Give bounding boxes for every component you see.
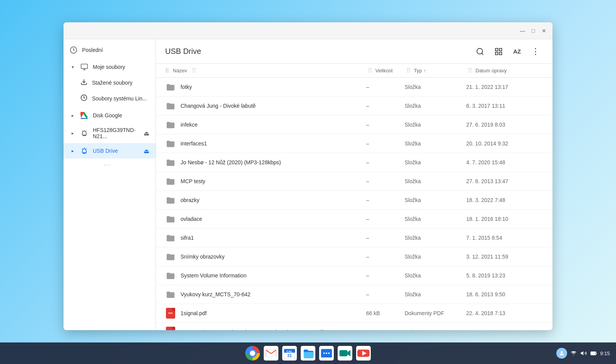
grid-view-button[interactable] [491, 44, 506, 59]
file-type: Složka [405, 235, 466, 241]
svg-rect-10 [495, 48, 498, 50]
table-row[interactable]: System Volume Information – Složka 5. 8.… [156, 266, 552, 285]
maximize-button[interactable]: □ [529, 27, 537, 35]
table-row[interactable]: MCP testy – Složka 27. 8. 2013 13:47 [156, 172, 552, 191]
sidebar-item-myfiles[interactable]: ▼ Moje soubory [64, 59, 156, 75]
file-size: 66 kB [366, 310, 405, 316]
table-row[interactable]: PDF 1signal.pdf 66 kB Dokumenty PDF 22. … [156, 304, 552, 323]
file-rows-container: fotky – Složka 21. 1. 2022 13:17 Changov… [156, 78, 552, 330]
svg-point-26 [323, 352, 325, 354]
file-size: 49 MB [366, 329, 405, 330]
svg-rect-39 [591, 352, 595, 355]
eject-hfs-button[interactable]: ⏏ [144, 130, 149, 137]
expand-icon-usb: ► [70, 148, 76, 154]
table-row[interactable]: sifra1 – Složka 7. 1. 2015 8:54 [156, 229, 552, 247]
file-date: 18. 3. 2022 7:48 [466, 197, 543, 203]
table-row[interactable]: fotky – Složka 21. 1. 2022 13:17 [156, 78, 552, 97]
sidebar-item-usbdrive[interactable]: ► USB Drive ⏏ [64, 143, 156, 159]
folder-icon [165, 176, 176, 187]
svg-point-35 [561, 351, 562, 353]
svg-point-28 [328, 352, 330, 354]
table-row[interactable]: Snímky obrazovky – Složka 3. 12. 2021 11… [156, 247, 552, 266]
myfiles-icon [80, 63, 88, 71]
svg-line-9 [482, 53, 483, 55]
taskbar-meet[interactable] [336, 345, 353, 362]
googledrive-label: Disk Google [93, 112, 122, 119]
folder-icon [165, 270, 176, 281]
svg-rect-30 [340, 350, 348, 356]
table-row[interactable]: Vyukovy kurz_MCTS_70-642 – Složka 18. 6.… [156, 285, 552, 304]
eject-usb-button[interactable]: ⏏ [144, 147, 149, 155]
expand-icon-hfs: ► [70, 130, 76, 136]
file-name: fotky [181, 84, 366, 90]
folder-icon [165, 119, 176, 130]
more-menu-button[interactable]: ⋮ [528, 44, 543, 59]
file-date: 6. 3. 2017 13:11 [466, 103, 543, 109]
col-type-header[interactable]: ⠿ Typ ↑ [405, 67, 466, 74]
table-row[interactable]: Changová Jung - Divoké labutě – Složka 6… [156, 97, 552, 115]
file-type: Složka [405, 103, 466, 109]
file-name: Changová Jung - Divoké labutě [181, 103, 366, 109]
file-size: – [366, 159, 405, 165]
sidebar-item-recent[interactable]: Poslední [64, 42, 156, 58]
table-row[interactable]: Jo Nesbø - 12 Nůž (2020) (MP3-128kbps) –… [156, 153, 552, 172]
folder-icon [165, 195, 176, 205]
svg-point-8 [477, 48, 483, 54]
myfiles-label: Moje soubory [93, 64, 125, 70]
minimize-button[interactable]: — [519, 27, 526, 35]
file-date: 4. 7. 2020 15:48 [466, 159, 543, 165]
file-name: CCNA-Vykovy-pruvodce-pripravou-na-zkousk… [181, 329, 366, 330]
file-size: – [366, 272, 405, 279]
taskbar-chrome[interactable] [244, 345, 261, 362]
list-header: ⠿ Název ⠿ ⠿ Velikost ⠿ Typ ↑ [156, 64, 552, 78]
file-name: System Volume Information [181, 272, 366, 279]
search-button[interactable] [472, 44, 488, 59]
file-type: Složka [405, 254, 466, 260]
taskbar-calendar[interactable]: CAL 31 [281, 345, 298, 362]
taskbar: CAL 31 [0, 342, 616, 364]
table-row[interactable]: infekce – Složka 27. 6. 2019 8:03 [156, 115, 552, 134]
table-row[interactable]: ovladace – Složka 18. 1. 2016 18:10 [156, 210, 552, 229]
taskbar-files[interactable] [300, 345, 316, 362]
taskbar-gmail[interactable] [263, 345, 280, 362]
file-type: Dokumenty PDF [405, 310, 466, 316]
sidebar-resize-handle[interactable]: ⋮ [103, 162, 112, 169]
table-row[interactable]: PDF CCNA-Vykovy-pruvodce-pripravou-na-zk… [156, 323, 552, 330]
taskbar-youtube[interactable] [355, 345, 372, 362]
file-size: – [366, 140, 405, 147]
file-name: obrazky [181, 197, 366, 203]
file-list: ⠿ Název ⠿ ⠿ Velikost ⠿ Typ ↑ [156, 64, 552, 330]
col-name-header[interactable]: Název ⠿ [173, 67, 366, 74]
svg-rect-1 [81, 64, 88, 69]
linux-label: Soubory systému Lin... [92, 95, 147, 102]
file-size: – [366, 291, 405, 297]
sidebar-item-linux[interactable]: Soubory systému Lin... [64, 90, 156, 106]
folder-icon [165, 100, 176, 111]
file-type: Složka [405, 178, 466, 184]
meet-icon [338, 346, 352, 361]
avatar[interactable] [556, 348, 567, 359]
col-size-header[interactable]: ⠿ Velikost [366, 67, 405, 74]
hfs-label: HFS128G39TND-N21... [93, 127, 139, 139]
name-separator[interactable]: ⠿ [192, 67, 196, 74]
col-date-header[interactable]: ⠿ Datum úpravy [466, 67, 543, 74]
sidebar-item-downloads[interactable]: Stažené soubory [64, 75, 156, 90]
taskbar-chat[interactable] [318, 345, 335, 362]
sort-button[interactable]: AZ [509, 44, 525, 59]
expand-icon-drive: ► [70, 112, 76, 119]
file-date: 22. 4. 2018 7:13 [466, 310, 543, 316]
folder-icon [165, 214, 176, 224]
close-button[interactable]: ✕ [540, 27, 548, 35]
table-row[interactable]: obrazky – Složka 18. 3. 2022 7:48 [156, 191, 552, 210]
pdf-icon: PDF [165, 308, 176, 319]
toolbar: USB Drive [156, 39, 552, 64]
sidebar-item-hfs[interactable]: ► HFS128G39TND-N21... ⏏ [64, 123, 156, 143]
folder-icon [165, 232, 176, 243]
file-date: 3. 12. 2021 11:59 [466, 254, 543, 260]
file-type: Složka [405, 159, 466, 165]
table-row[interactable]: interfaces1 – Složka 20. 10. 2014 9:32 [156, 134, 552, 153]
file-size: – [366, 235, 405, 241]
sidebar-item-googledrive[interactable]: ► Disk Google [64, 108, 156, 123]
svg-rect-11 [499, 48, 502, 50]
folder-icon [165, 251, 176, 262]
